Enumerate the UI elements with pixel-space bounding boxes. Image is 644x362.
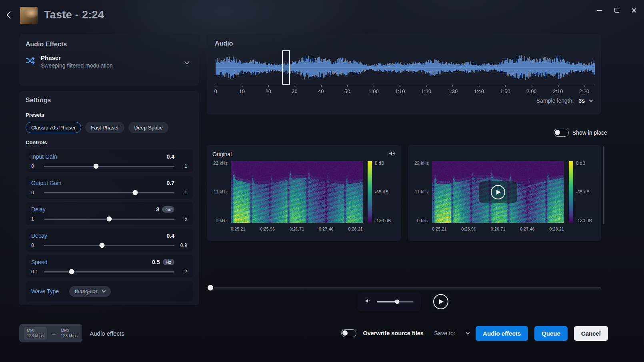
preset-deep-space[interactable]: Deep Space <box>128 122 168 133</box>
controls-list: Input Gain0.401Output Gain0.701Delay3ms1… <box>26 149 193 278</box>
volume-icon[interactable] <box>388 150 396 159</box>
volume-handle[interactable] <box>395 300 399 304</box>
time-tick: 0:26.71 <box>491 227 506 231</box>
play-button-wrap <box>431 292 450 311</box>
sample-selection-box[interactable] <box>282 50 290 85</box>
unit-badge: ms <box>162 206 174 213</box>
effect-info: Phaser Sweeping filtered modulation <box>41 54 113 69</box>
audio-effects-button[interactable]: Audio effects <box>476 326 528 341</box>
seek-handle[interactable] <box>208 285 213 290</box>
time-tick: 1:20 <box>421 88 431 94</box>
play-button[interactable] <box>433 294 448 309</box>
db-axis: 0 dB -65 dB -130 dB <box>573 161 592 223</box>
control-value: 3 <box>156 206 160 213</box>
close-button[interactable] <box>631 8 637 13</box>
maximize-button[interactable] <box>614 8 619 13</box>
playback-seek-bar[interactable] <box>207 284 601 291</box>
chevron-down-icon[interactable] <box>184 59 190 64</box>
spectrogram-time-axis: 0:25.21 0:25.96 0:26.71 0:27.46 0:28.21 <box>432 227 564 231</box>
freq-tick: 22 kHz <box>414 161 429 165</box>
processed-spectrogram-card: 22 kHz 11 kHz 0 kHz 0 dB -65 dB -130 dB … <box>408 145 601 241</box>
freq-tick: 0 kHz <box>417 219 429 223</box>
time-tick: 0:25.96 <box>260 227 275 231</box>
time-tick: 0 <box>214 88 217 94</box>
source-bitrate: 128 kbps <box>27 333 44 338</box>
slider-handle-input-gain[interactable] <box>94 164 99 169</box>
db-tick: -130 dB <box>576 219 592 223</box>
slider-handle-output-gain[interactable] <box>133 190 138 195</box>
time-tick: 2:10 <box>553 88 563 94</box>
slider-min: 0.1 <box>31 269 40 274</box>
chevron-down-icon[interactable] <box>589 98 593 102</box>
slider-max: 5 <box>178 216 187 222</box>
volume-slider[interactable] <box>377 301 414 302</box>
presets-label: Presets <box>26 112 193 118</box>
sample-length-control[interactable]: Sample length: 3s <box>536 97 592 104</box>
chevron-left-icon <box>6 11 14 18</box>
back-button[interactable] <box>5 10 15 21</box>
play-icon <box>491 185 505 199</box>
control-label: Delay <box>31 206 46 213</box>
audio-effects-title: Audio Effects <box>26 41 193 48</box>
time-tick: 50 <box>344 88 350 94</box>
time-tick: 1:50 <box>500 88 510 94</box>
control-decay: Decay0.400.9 <box>26 229 193 251</box>
freq-tick: 11 kHz <box>214 190 228 194</box>
spectrogram-time-axis: 0:25.21 0:25.96 0:26.71 0:27.46 0:28.21 <box>231 227 363 231</box>
chevron-down-icon <box>102 289 106 293</box>
db-axis: 0 dB -65 dB -130 dB <box>372 161 391 223</box>
presets-row: Classic 70s PhaserFast PhaserDeep Space <box>26 122 193 133</box>
slider-track-input-gain[interactable] <box>44 166 174 167</box>
waveform[interactable] <box>216 52 595 83</box>
time-tick: 30 <box>292 88 297 94</box>
preset-classic-70s-phaser[interactable]: Classic 70s Phaser <box>26 122 81 133</box>
wave-type-select[interactable]: triangular <box>69 286 110 297</box>
db-tick: -65 dB <box>576 190 592 194</box>
time-tick: 0:28.21 <box>549 227 564 231</box>
save-to-label: Save to: <box>434 330 455 336</box>
slider-handle-decay[interactable] <box>99 243 104 248</box>
time-tick: 2:00 <box>526 88 536 94</box>
slider-handle-speed[interactable] <box>69 269 74 274</box>
play-overlay-box[interactable] <box>479 181 517 203</box>
cancel-button[interactable]: Cancel <box>574 326 608 341</box>
effect-selector[interactable]: Phaser Sweeping filtered modulation <box>26 54 193 69</box>
time-tick: 1:00 <box>368 88 378 94</box>
slider-track-decay[interactable] <box>44 245 174 246</box>
slider-handle-delay[interactable] <box>107 217 112 222</box>
window-controls <box>597 6 637 14</box>
time-tick: 1:40 <box>474 88 484 94</box>
minimize-button[interactable] <box>597 10 602 11</box>
volume-icon[interactable] <box>365 298 371 306</box>
control-input-gain: Input Gain0.401 <box>26 149 193 172</box>
sample-length-label: Sample length: <box>536 97 574 104</box>
wave-type-row: Wave Type triangular <box>26 281 193 301</box>
save-to-control[interactable]: Save to: <box>434 330 469 336</box>
volume-control[interactable] <box>358 292 421 311</box>
shuffle-icon <box>26 56 35 67</box>
original-label: Original <box>212 151 232 157</box>
overwrite-label: Overwrite source files <box>363 330 424 336</box>
app-window: Taste - 2:24 Audio Effects Phaser Sweepi… <box>0 0 644 362</box>
control-value: 0.5 <box>152 259 160 265</box>
controls-label: Controls <box>26 139 193 145</box>
slider-track-speed[interactable] <box>44 271 174 272</box>
seek-track[interactable] <box>207 287 601 288</box>
time-tick: 20 <box>265 88 271 94</box>
scrollbar-thumb[interactable] <box>603 146 604 224</box>
queue-button[interactable]: Queue <box>534 326 568 341</box>
minimize-icon <box>597 10 602 11</box>
time-tick: 0:27.46 <box>319 227 334 231</box>
slider-track-output-gain[interactable] <box>44 192 174 193</box>
audio-effects-card: Audio Effects Phaser Sweeping filtered m… <box>19 34 199 86</box>
overwrite-toggle[interactable] <box>341 329 356 337</box>
control-label: Speed <box>31 259 47 265</box>
time-tick: 0:28.21 <box>348 227 363 231</box>
show-in-place-toggle[interactable] <box>554 129 569 137</box>
preset-fast-phaser[interactable]: Fast Phaser <box>85 122 124 133</box>
sample-length-value[interactable]: 3s <box>578 97 585 104</box>
slider-max: 1 <box>178 163 187 169</box>
slider-track-delay[interactable] <box>44 219 174 220</box>
preview-play-overlay[interactable] <box>432 161 564 223</box>
show-in-place-label: Show in place <box>572 129 607 136</box>
